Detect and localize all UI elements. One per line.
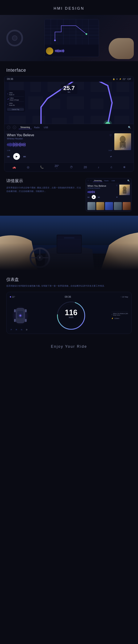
time-total: 3:19 <box>108 150 112 152</box>
search-icon[interactable]: 🔍 <box>128 126 131 129</box>
temp-dot <box>10 296 11 298</box>
header-title: HMI DESIGN <box>53 6 84 10</box>
nav-arrow-2: ↗ <box>7 98 9 100</box>
footer-text: Enjoy Your Ride <box>51 344 87 348</box>
nav-audio[interactable]: ♫ <box>110 166 112 169</box>
nav-timer[interactable]: ⏱ <box>70 166 73 169</box>
svg-rect-37 <box>114 116 130 124</box>
svg-rect-70 <box>25 309 27 312</box>
speedometer: 116 km/h <box>33 301 109 330</box>
detail-prev-button[interactable]: ⏮ <box>87 196 90 198</box>
detail-tab-streaming[interactable]: Streaming <box>93 179 103 182</box>
cancel-trip-button[interactable]: Cancel Trip <box>7 108 24 111</box>
detail-song-artist: Whitney Houston <box>87 187 106 189</box>
cluster-temp-display: 21° <box>10 296 15 298</box>
album-thumb-1[interactable] <box>87 202 95 210</box>
nav-temp[interactable]: 20° ° <box>55 164 59 170</box>
detail-tab-radio[interactable]: Radio <box>103 180 110 182</box>
nav-fan[interactable]: ❄ <box>123 166 126 169</box>
album-row <box>86 201 132 211</box>
player-left: When You Believe Whitney Houston ♡ <box>7 133 112 160</box>
nav-location[interactable]: ◎ <box>27 166 29 169</box>
favorite-icon[interactable]: ♡ <box>110 134 112 137</box>
svg-rect-32 <box>9 116 26 124</box>
steering-wheel <box>6 30 23 46</box>
range-info: ⚡ 120km <box>111 318 128 319</box>
temp-value: ° <box>56 168 57 170</box>
cluster-nav-info: ↑ 22 Nay <box>121 296 128 298</box>
cluster-top: 21° 09:36 ↑ 22 Nay <box>10 296 128 298</box>
nav-num[interactable]: 20 <box>84 166 87 169</box>
cluster-right: ♪ When You Believe (Whitney Hous... ⚡ 12… <box>111 312 128 319</box>
center-screen <box>44 19 99 57</box>
media-tabs: ♡ ○ Streaming Radio USB 🔍 <box>4 124 134 131</box>
detail-play-button[interactable]: ▶ <box>92 195 96 199</box>
dashboard-section: 仪表盘 提高驾驶设计的驾驶安全健想象力能, 当驾驶了第一套一套界面准确，自动诊断… <box>0 270 138 338</box>
nav-item-1: ↑ 100mHuila Ct <box>7 91 24 96</box>
time-current: 1:36 <box>7 150 10 152</box>
map-area[interactable]: 25.7 km ↑ 100mHuila Ct ↗ 2.9kmHuila Ct R… <box>4 82 134 124</box>
nav-car[interactable]: 🚗 <box>12 166 16 169</box>
prev-button[interactable]: ⏮ <box>7 155 10 158</box>
dashboard-title: 仪表盘 <box>6 277 132 282</box>
nav-item-2: ↗ 2.9kmHuila Ct Road <box>7 96 24 102</box>
share-icon: ⊕ <box>116 78 118 80</box>
mini-waveform <box>55 49 98 53</box>
detail-tab-usb[interactable]: USB <box>110 180 116 182</box>
status-bar: 09:36 🔒 ⊕ ⚡ 21° C/F <box>4 76 134 82</box>
detail-next-button[interactable]: ⏭ <box>98 196 100 198</box>
status-temp: 21° <box>123 78 126 80</box>
progress-row: 1:36 3:19 <box>7 150 112 152</box>
detail-album-cover <box>119 184 130 195</box>
detail-controls: ⏮ ▶ ⏭ ⇄ <box>87 195 118 199</box>
svg-rect-72 <box>25 319 27 322</box>
dashboard-simulation <box>0 15 138 61</box>
detail-search-icon[interactable]: 🔍 <box>127 180 130 182</box>
speed-unit: km <box>63 91 75 93</box>
car-top-view: P R N D <box>10 305 31 326</box>
instrument-cluster: 21° 09:36 ↑ 22 Nay <box>6 292 132 334</box>
hero-image <box>0 15 138 61</box>
number-icon: 20 <box>84 166 87 169</box>
svg-rect-69 <box>14 309 16 312</box>
svg-point-73 <box>19 314 21 317</box>
svg-rect-25 <box>116 82 130 92</box>
location-icon: ◎ <box>27 166 29 169</box>
detail-shuffle-button[interactable]: ⇄ <box>116 196 118 198</box>
car-icon: 🚗 <box>12 166 16 169</box>
play-button[interactable]: ▶ <box>13 153 20 160</box>
heart-tab-icon[interactable]: ♡ <box>7 126 10 129</box>
nav-phone[interactable]: 📞 <box>40 166 44 169</box>
status-time: 09:36 <box>7 78 13 80</box>
footer-section: Enjoy Your Ride <box>0 338 138 355</box>
music-player: When You Believe Whitney Houston ♡ <box>4 131 134 162</box>
interface-section: Interface <box>0 61 138 76</box>
cluster-temp-value: 21° <box>12 296 15 298</box>
svg-rect-31 <box>110 96 129 109</box>
tab-streaming[interactable]: Streaming <box>19 126 32 129</box>
shuffle-button[interactable]: ⇄ <box>110 156 112 158</box>
album-thumb-4[interactable] <box>114 202 122 210</box>
interface-label: Interface <box>6 68 26 73</box>
svg-rect-52 <box>123 190 127 194</box>
tab-usb[interactable]: USB <box>42 126 50 129</box>
album-thumb-3[interactable] <box>105 202 113 210</box>
tab-radio[interactable]: Radio <box>32 126 41 129</box>
nav-music[interactable]: ♪ <box>98 166 99 169</box>
interior-overlay <box>0 216 138 270</box>
album-label-3: TRAIL <box>121 148 124 149</box>
detail-screen: ♡ ○ Streaming Radio USB 🔍 When You Belie… <box>86 178 132 212</box>
detail-heart-icon[interactable]: ♡ <box>116 184 118 189</box>
album-thumb-2[interactable] <box>96 202 104 210</box>
album-cover: A PAPER TRAIL <box>114 133 131 150</box>
svg-text:km/h: km/h <box>69 316 73 318</box>
album-thumb-5[interactable] <box>123 202 131 210</box>
svg-rect-71 <box>14 319 16 322</box>
svg-point-12 <box>54 40 56 41</box>
next-button[interactable]: ⏭ <box>23 155 26 158</box>
svg-rect-33 <box>32 116 45 124</box>
detail-waveform <box>87 190 118 194</box>
cluster-main: P R N D <box>10 301 128 330</box>
gear-p: P <box>10 328 13 331</box>
clock-tab-icon[interactable]: ○ <box>13 126 16 129</box>
